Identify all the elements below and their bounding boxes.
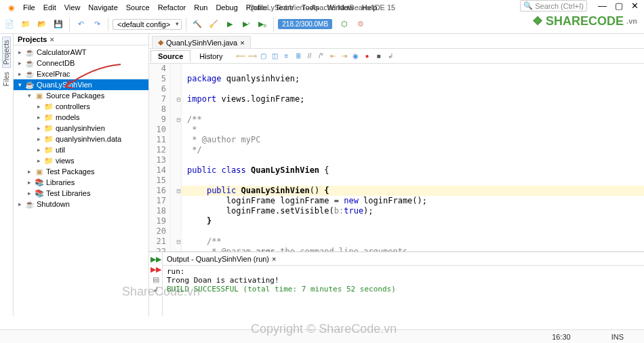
memory-indicator[interactable]: 218.2/300.0MB (278, 19, 332, 29)
output-title: Output - QuanLySinhVien (run) (167, 255, 269, 263)
debug-icon[interactable]: ▶˒ (239, 18, 253, 31)
comment-icon[interactable]: // (305, 52, 315, 61)
search-input[interactable]: 🔍 Search (Ctrl+I) (520, 0, 587, 12)
tree-item[interactable]: ▸📁util (14, 144, 148, 155)
clean-icon[interactable]: 🧹 (207, 18, 220, 31)
editor-panel: ◆ QuanLySinhVien.java × Source History ⟸… (149, 34, 644, 316)
projects-title: Projects (18, 35, 47, 43)
title-bar: ◉ File Edit View Navigate Source Refacto… (0, 0, 644, 15)
new-project-icon[interactable]: 📁 (19, 18, 33, 31)
status-time: 16:30 (552, 333, 571, 341)
tree-item[interactable]: ▸📁quanlysinhvien.data (14, 134, 148, 144)
sharecode-logo: ❖ SHARECODE.vn (532, 14, 637, 28)
project-tree[interactable]: ▸☕CalculatorAWT▸☕ConnectDB▸☕ExcelPrac▾☕Q… (14, 45, 148, 316)
output-text[interactable]: run: Trong Doan is activating! BUILD SUC… (163, 266, 644, 295)
menu-view[interactable]: View (64, 3, 81, 12)
stop-run-icon[interactable]: ▶▶ (150, 265, 161, 274)
status-bar: 16:30 INS (0, 329, 644, 343)
tree-item[interactable]: ▸📚Test Libraries (14, 188, 148, 199)
menu-source[interactable]: Source (126, 3, 150, 12)
tab-history[interactable]: History (192, 50, 230, 62)
bookmark-icon[interactable]: ◫ (270, 52, 280, 61)
save-icon[interactable]: 💾 (52, 18, 65, 31)
logo-icon: ❖ (532, 14, 543, 28)
tree-item[interactable]: ▸📁controllers (14, 101, 148, 112)
close-icon[interactable]: × (272, 255, 276, 263)
status-mode: INS (611, 333, 624, 341)
wrap-icon[interactable]: ↲ (386, 52, 395, 61)
format-icon[interactable]: ≡ (282, 52, 291, 61)
tree-item[interactable]: ▸☕Shutdown (14, 199, 148, 209)
profile-icon[interactable]: ▶ₚ (256, 18, 269, 31)
menu-debug[interactable]: Debug (216, 3, 237, 12)
tree-item[interactable]: ▸📁models (14, 112, 148, 123)
hammer-icon[interactable]: 🔨 (190, 18, 204, 31)
redo-icon[interactable]: ↷ (90, 18, 104, 31)
tree-item[interactable]: ▾▣Source Packages (14, 90, 148, 101)
plugin-icon[interactable]: ⬡ (338, 18, 351, 31)
menu-refactor[interactable]: Refactor (158, 3, 186, 12)
out-wrap-icon[interactable]: ↲ (153, 285, 159, 294)
search-placeholder: Search (Ctrl+I) (535, 2, 584, 10)
uncomment-icon[interactable]: /* (317, 52, 326, 61)
gear-icon[interactable]: ⚙ (354, 18, 367, 31)
menu-file[interactable]: File (23, 3, 35, 12)
tree-item[interactable]: ▸☕ExcelPrac (14, 68, 148, 79)
projects-panel: Projects × ▸☕CalculatorAWT▸☕ConnectDB▸☕E… (14, 34, 149, 316)
new-file-icon[interactable]: 📄 (3, 18, 16, 31)
tree-item[interactable]: ▸☕ConnectDB (14, 58, 148, 68)
find-icon[interactable]: ▢ (259, 52, 268, 61)
stop-icon[interactable]: ■ (374, 52, 384, 61)
out-save-icon[interactable]: ▤ (153, 275, 159, 284)
open-icon[interactable]: 📂 (35, 18, 49, 31)
maximize-button[interactable]: ▢ (615, 1, 623, 11)
code-editor[interactable]: 4567891011121314151617181920212223242526… (149, 64, 644, 251)
minimize-button[interactable]: — (598, 1, 607, 11)
close-icon[interactable]: × (49, 35, 54, 43)
rail-projects[interactable]: Projects (2, 37, 11, 68)
format2-icon[interactable]: ≣ (294, 52, 303, 61)
window-title: QuanLySinhVien - Apache NetBeans IDE 15 (249, 3, 395, 12)
java-icon: ◆ (158, 38, 163, 47)
rail-files[interactable]: Files (3, 69, 10, 89)
app-icon: ◉ (8, 3, 15, 12)
tree-item[interactable]: ▾☕QuanLySinhVien (14, 79, 148, 90)
tree-item[interactable]: ▸📚Libraries (14, 177, 148, 188)
close-icon[interactable]: × (240, 39, 244, 47)
close-button[interactable]: ✕ (631, 1, 639, 11)
tab-source[interactable]: Source (150, 50, 190, 62)
record-icon[interactable]: ● (363, 52, 372, 61)
tree-item[interactable]: ▸📁quanlysinhvien (14, 123, 148, 134)
run-icon[interactable]: ▶ (223, 18, 237, 31)
tree-item[interactable]: ▸☕CalculatorAWT (14, 47, 148, 58)
undo-icon[interactable]: ↶ (74, 18, 87, 31)
menu-edit[interactable]: Edit (43, 3, 56, 12)
nav-back-icon[interactable]: ⟸ (236, 52, 245, 61)
output-panel: ▶▶ ▶▶ ▤ ↲ Output - QuanLySinhVien (run) … (149, 251, 644, 316)
left-rail: Projects Files (0, 34, 14, 316)
editor-tab[interactable]: ◆ QuanLySinhVien.java × (152, 36, 251, 48)
config-dropdown[interactable]: <default config> (113, 19, 182, 30)
search-icon: 🔍 (523, 1, 533, 10)
nav-fwd-icon[interactable]: ⟹ (247, 52, 257, 61)
tree-item[interactable]: ▸▣Test Packages (14, 166, 148, 177)
rerun-icon[interactable]: ▶▶ (150, 255, 161, 264)
shift-left-icon[interactable]: ⇤ (328, 52, 338, 61)
menu-navigate[interactable]: Navigate (88, 3, 117, 12)
tree-item[interactable]: ▸📁views (14, 155, 148, 166)
macro-icon[interactable]: ◉ (351, 52, 361, 61)
shift-right-icon[interactable]: ⇥ (340, 52, 349, 61)
menu-run[interactable]: Run (194, 3, 207, 12)
